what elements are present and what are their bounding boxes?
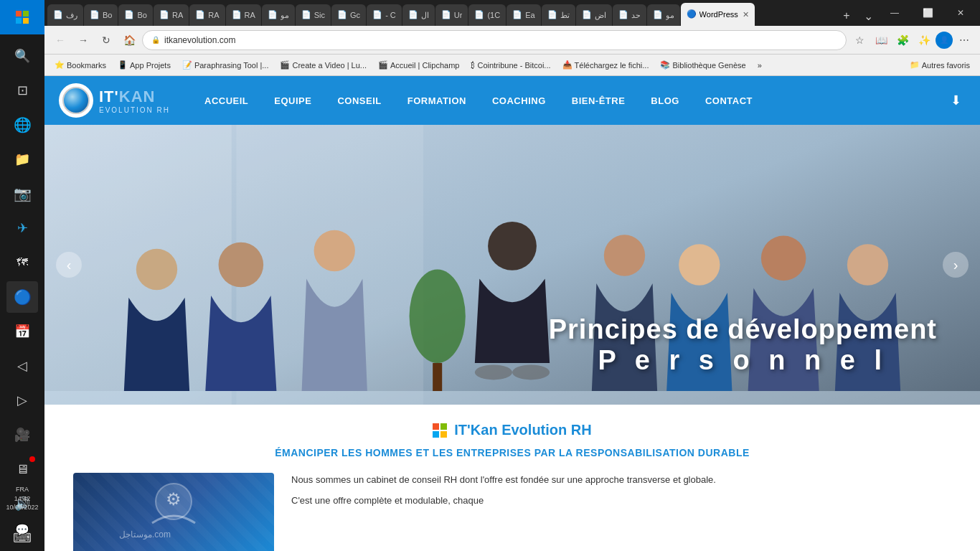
nav-conseil[interactable]: CONSEIL (324, 76, 394, 125)
bookmark-more[interactable]: » (753, 60, 766, 71)
slider-prev-button[interactable]: ‹ (56, 252, 82, 278)
slider-next-button[interactable]: › (943, 252, 969, 278)
bookmark-autres-favoris[interactable]: 📁 Autres favoris (905, 59, 974, 71)
svg-rect-15 (433, 363, 442, 391)
tab-label: اض (595, 11, 606, 20)
bookmark-paraphrasing[interactable]: 📝 Paraphrasing Tool |... (178, 59, 273, 71)
nav-scroll-down-button[interactable]: ⬇ (946, 90, 966, 110)
maps-icon[interactable]: 🗺 (6, 247, 38, 278)
nav-formation[interactable]: FORMATION (395, 76, 479, 125)
start-button[interactable] (0, 0, 44, 34)
tab-favicon: 📄 (337, 10, 347, 20)
language-label[interactable]: FRA (16, 486, 29, 493)
nav-blog[interactable]: BLOG (638, 76, 692, 125)
reading-mode-button[interactable]: 📖 (871, 30, 891, 50)
tab-ur[interactable]: 📄 Ur (435, 4, 468, 26)
notification-icon[interactable]: 💬 (6, 514, 38, 545)
about-text: Nous sommes un cabinet de conseil RH don… (291, 473, 716, 509)
tab-dropdown-button[interactable]: ⌄ (858, 6, 878, 26)
tab-1c[interactable]: 📄 (1C (468, 4, 506, 26)
tab-favicon: 📄 (474, 10, 484, 20)
company-title-row: IT'Kan Evolution RH (73, 422, 951, 438)
tab-favicon: 📄 (618, 10, 628, 20)
refresh-button[interactable]: ↻ (96, 30, 116, 50)
tab-ea[interactable]: 📄 Ea (507, 4, 540, 26)
svg-point-5 (219, 242, 264, 288)
tab-rf[interactable]: 📄 رف (47, 4, 83, 26)
extensions-button[interactable]: 🧩 (892, 30, 913, 50)
bookmark-star-button[interactable]: ☆ (849, 30, 870, 50)
tab-favicon: 📄 (582, 10, 592, 20)
site-navigation: IT'KAN EVOLUTION RH ACCUEIL EQUIPE CONSE… (44, 76, 980, 125)
nav-equipe[interactable]: EQUIPE (261, 76, 324, 125)
tab-favicon: 📄 (653, 10, 663, 20)
expand-left-icon[interactable]: ◁ (6, 350, 38, 382)
screenrec-icon[interactable]: 🎥 (6, 419, 38, 451)
minimize-button[interactable]: — (878, 0, 911, 26)
star-icon: ⭐ (55, 60, 65, 70)
home-button[interactable]: 🏠 (119, 30, 139, 50)
profile-avatar[interactable]: 👤 (936, 32, 953, 49)
forward-button[interactable]: → (73, 30, 93, 50)
taskview-icon[interactable]: ⊡ (6, 75, 38, 106)
tab-wordpress[interactable]: 🔵 WordPress ✕ (681, 3, 755, 26)
tab-label: Sic (314, 11, 325, 19)
settings-button[interactable]: ⋯ (954, 30, 974, 50)
tab-bo2[interactable]: 📄 Bo (118, 4, 152, 26)
taskbar-icons: 🔍 ⊡ 🌐 📁 📷 ✈ 🗺 🔵 📅 ◁ ▷ 🎥 🖥 🔊 ⌨ ⊞ 🗂 (6, 34, 38, 551)
logo-kan: KAN (119, 88, 156, 105)
search-taskbar-icon[interactable]: 🔍 (6, 40, 38, 72)
maximize-button[interactable]: ⬜ (911, 0, 944, 26)
tab-al[interactable]: 📄 ال (402, 4, 435, 26)
nav-coaching[interactable]: COACHING (479, 76, 559, 125)
bookmark-app-projets[interactable]: 📱 App Projets (113, 59, 175, 71)
record-icon[interactable]: 🖥 (6, 453, 38, 485)
explorer-icon[interactable]: 📁 (6, 143, 38, 175)
tab-label: - C (385, 11, 396, 19)
copilot-button[interactable]: ✨ (914, 30, 934, 50)
bookmark-bibliotheque[interactable]: 📚 Bibliothèque Genèse (656, 59, 750, 71)
hero-image: Principes de développement P e r s o n n… (44, 125, 980, 405)
address-bar[interactable]: 🔒 itkanevolution.com (142, 30, 847, 50)
tab-ad[interactable]: 📄 اض (576, 4, 612, 26)
telegram-icon[interactable]: ✈ (6, 212, 38, 244)
nav-bien-etre[interactable]: BIEN-ÊTRE (559, 76, 639, 125)
tab-ra2[interactable]: 📄 RA (189, 4, 225, 26)
bookmark-telecharger[interactable]: 📥 Téléchargez le fichi... (558, 59, 654, 71)
app-icon: 📱 (118, 60, 128, 70)
tab-ra3[interactable]: 📄 RA (226, 4, 261, 26)
more-icon: » (758, 61, 762, 70)
tab-close-button[interactable]: ✕ (743, 10, 749, 19)
tab-sic[interactable]: 📄 Sic (296, 4, 331, 26)
tab-label: Ur (454, 11, 463, 19)
bookmark-video[interactable]: 🎬 Create a Video | Lu... (275, 59, 371, 71)
bookmark-clipchamp[interactable]: 🎬 Accueil | Clipchamp (374, 59, 463, 71)
site-logo[interactable]: IT'KAN EVOLUTION RH (59, 83, 170, 118)
edge-icon[interactable]: 🌐 (6, 109, 38, 141)
expand-right-icon[interactable]: ▷ (6, 385, 38, 416)
tab-gc[interactable]: 📄 Gc (331, 4, 366, 26)
tab-favicon: 📄 (512, 10, 522, 20)
svg-point-11 (679, 244, 720, 285)
close-button[interactable]: ✕ (944, 0, 977, 26)
tab-mo[interactable]: 📄 مو (262, 4, 295, 26)
tab-tat[interactable]: 📄 تط (542, 4, 575, 26)
clip-icon: 🎬 (378, 60, 388, 70)
start-icon (16, 11, 29, 24)
svg-point-6 (314, 230, 355, 271)
chrome-icon[interactable]: 🔵 (6, 281, 38, 313)
tab-c[interactable]: 📄 - C (367, 4, 402, 26)
bookmark-cointribune[interactable]: ₿ Cointribune - Bitcoi... (466, 60, 555, 71)
tab-bo1[interactable]: 📄 Bo (84, 4, 118, 26)
nav-contact[interactable]: CONTACT (692, 76, 765, 125)
tab-ra1[interactable]: 📄 RA (154, 4, 189, 26)
tab-hd[interactable]: 📄 حد (613, 4, 646, 26)
back-button[interactable]: ← (50, 30, 70, 50)
tab-mo2[interactable]: 📄 مو (647, 4, 680, 26)
nav-accueil[interactable]: ACCUEIL (192, 76, 261, 125)
instagram-icon[interactable]: 📷 (6, 178, 38, 209)
calendar-icon[interactable]: 📅 (6, 316, 38, 347)
about-para1: Nous sommes un cabinet de conseil RH don… (291, 473, 716, 488)
new-tab-button[interactable]: + (837, 6, 857, 26)
bookmark-bookmarks[interactable]: ⭐ Bookmarks (50, 59, 110, 71)
